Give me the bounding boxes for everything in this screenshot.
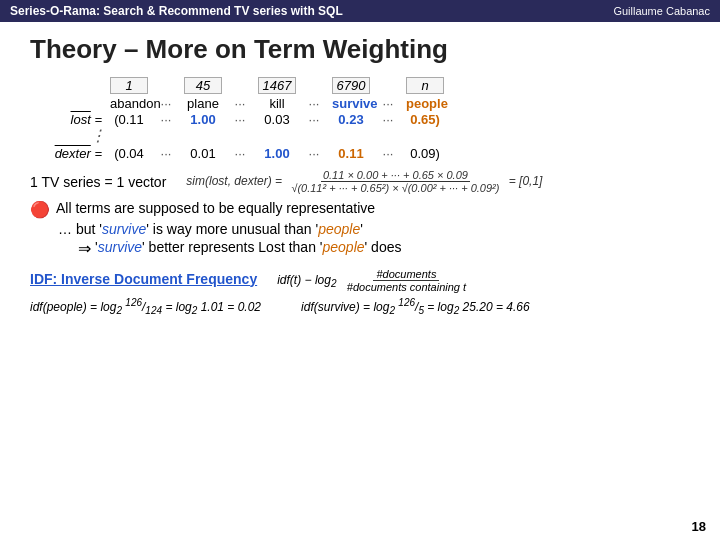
dexter-val-1: (0.04	[110, 146, 148, 161]
dexter-dots-2: ···	[230, 146, 250, 161]
bullet-row-2: … but 'survive' is way more unusual than…	[58, 221, 690, 237]
lost-dots-4: ···	[378, 112, 398, 127]
lost-val-1467: 0.03	[258, 112, 296, 127]
arrow-icon: ⇒	[78, 239, 91, 258]
idf-title: IDF: Inverse Document Frequency	[30, 271, 257, 287]
lost-dots-1: ···	[156, 112, 176, 127]
idf-formula: idf(t) − log2 #documents #documents cont…	[277, 268, 469, 293]
bullet-arrow-text: 'survive' better represents Lost than 'p…	[95, 239, 401, 255]
people-label-1: people	[318, 221, 360, 237]
dots-w2: ···	[230, 96, 250, 111]
bullet-icon: 🔴	[30, 200, 50, 219]
header-title: Series-O-Rama: Search & Recommend TV ser…	[10, 4, 343, 18]
lost-dots-3: ···	[304, 112, 324, 127]
col-1: 1	[110, 77, 148, 94]
idf-examples: idf(people) = log2 126/124 = log2 1.01 =…	[30, 297, 690, 316]
col-6790: 6790	[332, 77, 370, 94]
survive-label-2: survive	[98, 239, 142, 255]
dexter-dots-1: ···	[156, 146, 176, 161]
dexter-val-45: 0.01	[184, 146, 222, 161]
col-1467: 1467	[258, 77, 296, 94]
vdots-row: ⋮	[34, 126, 690, 145]
bullet-row-3: ⇒ 'survive' better represents Lost than …	[78, 239, 690, 258]
sim-formula: sim(lost, dexter) = 0.11 × 0.00 + ··· + …	[186, 169, 542, 194]
word-people: people	[406, 96, 444, 111]
dexter-dots-3: ···	[304, 146, 324, 161]
dexter-cells: (0.04 ··· 0.01 ··· 1.00 ··· 0.11 ··· 0.0…	[110, 146, 444, 161]
dexter-row: dexter = (0.04 ··· 0.01 ··· 1.00 ··· 0.1…	[30, 146, 690, 161]
lost-val-1: (0.11	[110, 112, 148, 127]
people-label-2: people	[323, 239, 365, 255]
col-n: n	[406, 77, 444, 94]
dots-w4: ···	[378, 96, 398, 111]
dots-w3: ···	[304, 96, 324, 111]
tv-series-label: 1 TV series = 1 vector	[30, 174, 166, 190]
lost-cells: (0.11 ··· 1.00 ··· 0.03 ··· 0.23 ··· 0.6…	[110, 112, 444, 127]
word-plane: plane	[184, 96, 222, 111]
main-content: Theory – More on Term Weighting 1 45 146…	[0, 22, 720, 328]
tv-series-line: 1 TV series = 1 vector sim(lost, dexter)…	[30, 169, 690, 194]
idf-fraction-num: #documents	[373, 268, 439, 281]
bullet-main-text: All terms are supposed to be equally rep…	[56, 200, 375, 216]
dots-w1: ···	[156, 96, 176, 111]
column-headers: 1 45 1467 6790 n	[110, 77, 690, 94]
idf-section: IDF: Inverse Document Frequency idf(t) −…	[30, 268, 690, 316]
page-title: Theory – More on Term Weighting	[30, 34, 690, 65]
idf-fraction-den: #documents containing t	[344, 281, 469, 293]
bullet-row-1: 🔴 All terms are supposed to be equally r…	[30, 200, 690, 219]
word-survive: survive	[332, 96, 370, 111]
word-row: abandon ··· plane ··· kill ··· survive ·…	[30, 96, 690, 111]
lost-dots-2: ···	[230, 112, 250, 127]
dexter-dots-4: ···	[378, 146, 398, 161]
dexter-val-6790: 0.11	[332, 146, 370, 161]
bullet-section: 🔴 All terms are supposed to be equally r…	[30, 200, 690, 258]
dexter-val-1467: 1.00	[258, 146, 296, 161]
bullet-but-text: … but 'survive' is way more unusual than…	[58, 221, 363, 237]
word-cells: abandon ··· plane ··· kill ··· survive ·…	[110, 96, 444, 111]
idf-example-survive: idf(survive) = log2 126/5 = log2 25.20 =…	[301, 297, 530, 316]
lost-val-n: 0.65)	[406, 112, 444, 127]
header-bar: Series-O-Rama: Search & Recommend TV ser…	[0, 0, 720, 22]
page-number: 18	[692, 519, 706, 534]
header-author: Guillaume Cabanac	[613, 5, 710, 17]
lost-val-45: 1.00	[184, 112, 222, 127]
dexter-val-n: 0.09)	[406, 146, 444, 161]
word-kill: kill	[258, 96, 296, 111]
idf-example-people: idf(people) = log2 126/124 = log2 1.01 =…	[30, 297, 261, 316]
survive-label-1: survive	[102, 221, 146, 237]
lost-row: lost = (0.11 ··· 1.00 ··· 0.03 ··· 0.23 …	[30, 112, 690, 127]
word-abandon: abandon	[110, 96, 148, 111]
lost-val-6790: 0.23	[332, 112, 370, 127]
col-45: 45	[184, 77, 222, 94]
